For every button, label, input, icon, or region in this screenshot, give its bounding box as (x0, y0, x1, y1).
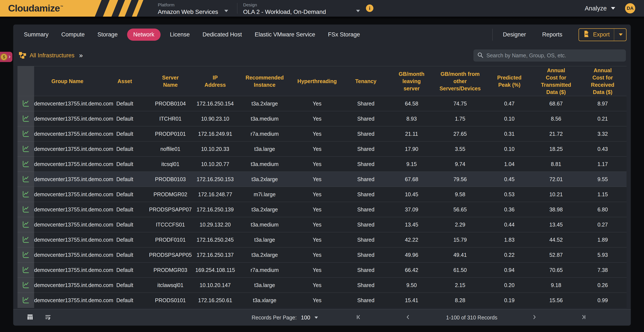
row-chart-icon[interactable] (18, 278, 34, 293)
table-row[interactable]: demovcenter13755.int.demo.comDefaultitcs… (18, 157, 626, 172)
tab-storage[interactable]: Storage (98, 31, 118, 38)
records-per-page-value[interactable]: 100 (301, 314, 310, 321)
wrap-text-icon[interactable] (45, 314, 51, 321)
search-box[interactable] (474, 49, 626, 62)
table-row[interactable]: demovcenter13755.int.demo.comDefaultPROD… (18, 187, 626, 202)
column-settings-icon[interactable] (27, 314, 33, 321)
table-cell: PRODB0104 (149, 96, 192, 111)
last-page-icon[interactable] (580, 314, 586, 321)
tab-fsx-storage[interactable]: FSx Storage (328, 31, 360, 38)
table-row[interactable]: demovcenter13755.int.demo.comDefaultPROD… (18, 293, 626, 308)
row-chart-icon[interactable] (18, 96, 34, 111)
column-header[interactable]: Annual Cost for Received Data ($) (579, 66, 626, 96)
icon-column-header (18, 66, 34, 96)
table-cell: 0.27 (579, 217, 626, 232)
column-header[interactable]: Group Name (34, 66, 101, 96)
user-avatar[interactable]: DA (625, 3, 635, 13)
column-header[interactable]: Hyperthreading (291, 66, 343, 96)
table-row[interactable]: demovcenter13755.int.demo.comDefaultPROD… (18, 202, 626, 217)
cost-panel-toggle[interactable]: $ › (0, 52, 12, 62)
analyze-menu[interactable]: Analyze (585, 0, 615, 17)
column-header[interactable]: GB/month from other Servers/Devices (435, 66, 485, 96)
row-chart-icon[interactable] (18, 263, 34, 278)
table-cell: t3a.xlarge (238, 293, 291, 308)
column-header[interactable]: IP Address (192, 66, 238, 96)
table-cell: PRODMGR02 (149, 187, 192, 202)
table-row[interactable]: demovcenter13755.int.demo.comDefaultPROD… (18, 96, 626, 111)
row-chart-icon[interactable] (18, 217, 34, 232)
platform-select[interactable]: Platform Amazon Web Services (158, 2, 218, 15)
tab-compute[interactable]: Compute (62, 31, 85, 38)
double-chevron-icon[interactable]: » (79, 51, 83, 59)
reports-link[interactable]: Reports (542, 31, 562, 38)
table-row[interactable]: demovcenter13755.int.demo.comDefaultPROD… (18, 247, 626, 263)
row-chart-icon[interactable] (18, 247, 34, 263)
table-cell: Yes (291, 96, 343, 111)
row-chart-icon[interactable] (18, 141, 34, 157)
table-row[interactable]: demovcenter13755.int.demo.comDefaultitcl… (18, 278, 626, 293)
row-chart-icon[interactable] (18, 172, 34, 187)
table-row[interactable]: demovcenter13755.int.demo.comDefaultPROD… (18, 263, 626, 278)
row-chart-icon[interactable] (18, 157, 34, 172)
toolbar: All Infrastructures » (13, 45, 631, 66)
table-cell: 8.28 (435, 293, 485, 308)
row-chart-icon[interactable] (18, 126, 34, 141)
logo-zone: Cloudamize™ (0, 0, 149, 17)
column-header[interactable]: GB/month leaving server (388, 66, 435, 96)
records-per-page-caret-icon[interactable] (314, 317, 318, 319)
cloudamize-logo[interactable]: Cloudamize™ (8, 3, 63, 14)
info-icon[interactable]: i (366, 4, 374, 12)
records-per-page-label: Records Per Page: (252, 315, 296, 321)
design-select[interactable]: Design OLA 2 - Workload, On-Demand (243, 2, 326, 15)
tab-summary[interactable]: Summary (24, 31, 48, 38)
row-chart-icon[interactable] (18, 202, 34, 217)
infrastructure-tree-icon (19, 51, 26, 60)
tab-dedicated-host[interactable]: Dedicated Host (202, 31, 242, 38)
trademark-symbol: ™ (60, 5, 63, 8)
table-cell: t3a.2xlarge (238, 172, 291, 187)
export-button[interactable]: Export (578, 28, 626, 41)
table-cell: 64.58 (388, 96, 435, 111)
next-page-icon[interactable] (531, 314, 538, 321)
table-cell: Yes (291, 247, 343, 263)
column-header[interactable]: Predicted Peak (%) (485, 66, 533, 96)
tab-license[interactable]: License (170, 31, 190, 38)
table-cell: demovcenter13755.int.demo.com (34, 278, 101, 293)
tab-network[interactable]: Network (127, 28, 160, 41)
row-chart-icon[interactable] (18, 111, 34, 126)
table-cell: 0.36 (485, 202, 533, 217)
column-header[interactable]: Server Name (149, 66, 192, 96)
table-cell: demovcenter13755.int.demo.com (34, 111, 101, 126)
tab-elastic-vmware-service[interactable]: Elastic VMware Service (254, 31, 315, 38)
previous-page-icon[interactable] (405, 314, 411, 321)
table-row[interactable]: demovcenter13755.int.demo.comDefaultnoff… (18, 141, 626, 157)
row-chart-icon[interactable] (18, 293, 34, 308)
first-page-icon[interactable] (356, 314, 362, 321)
export-caret-icon[interactable] (619, 33, 623, 36)
column-header[interactable]: Asset (101, 66, 149, 96)
platform-caret-icon[interactable] (224, 10, 228, 12)
table-cell: t3a.2xlarge (238, 202, 291, 217)
table-cell: 21.11 (388, 126, 435, 141)
row-chart-icon[interactable] (18, 232, 34, 247)
search-input[interactable] (486, 52, 621, 59)
table-row[interactable]: demovcenter13755.int.demo.comDefaultITCC… (18, 217, 626, 232)
table-row[interactable]: demovcenter13755.int.demo.comDefaultPROD… (18, 232, 626, 247)
table-row[interactable]: demovcenter13755.int.demo.comDefaultPROD… (18, 126, 626, 141)
table-row[interactable]: demovcenter13755.int.demo.comDefaultITCH… (18, 111, 626, 126)
table-cell: 8.81 (533, 157, 579, 172)
table-cell: 49.41 (435, 247, 485, 263)
table-cell: 0.10 (485, 111, 533, 126)
row-chart-icon[interactable] (18, 187, 34, 202)
design-caret-icon[interactable] (356, 10, 360, 12)
table-row[interactable]: demovcenter13755.int.demo.comDefaultPROD… (18, 172, 626, 187)
breadcrumb[interactable]: All Infrastructures (30, 52, 74, 59)
column-header[interactable]: Tenancy (343, 66, 388, 96)
designer-link[interactable]: Designer (503, 31, 526, 38)
table-cell: 9.15 (388, 157, 435, 172)
table-cell: Shared (343, 141, 388, 157)
column-header[interactable]: Recommended Instance (238, 66, 291, 96)
column-header[interactable]: Annual Cost for Transmitted Data ($) (533, 66, 579, 96)
table-cell: 15.41 (388, 293, 435, 308)
table-cell: 3.32 (579, 126, 626, 141)
